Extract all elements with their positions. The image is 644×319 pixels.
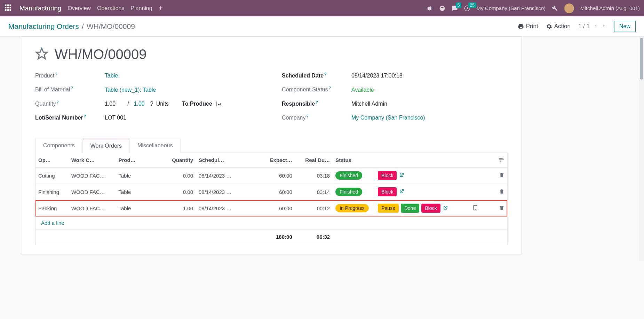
- quantity-target[interactable]: 1.00: [134, 101, 145, 107]
- username[interactable]: Mitchell Admin (Aug_001): [580, 5, 640, 11]
- status-badge: Finished: [335, 171, 362, 180]
- company-value[interactable]: My Company (San Francisco): [351, 115, 425, 121]
- form-col-left: Product? Table Bill of Material? Table (…: [35, 72, 261, 128]
- external-link-icon[interactable]: [399, 189, 404, 195]
- subbar: Manufacturing Orders / WH/MO/00009 Print…: [0, 16, 644, 36]
- company-selector[interactable]: My Company (San Francisco): [477, 5, 546, 11]
- total-real-duration: 06:32: [295, 230, 333, 244]
- avatar[interactable]: [564, 3, 574, 13]
- plus-icon[interactable]: +: [159, 4, 163, 12]
- pager-next-icon[interactable]: [602, 23, 606, 30]
- svg-rect-8: [10, 9, 11, 11]
- quantity-unit: Units: [156, 101, 169, 107]
- cell-operation: Cutting: [35, 167, 69, 184]
- add-line[interactable]: Add a line: [38, 216, 67, 229]
- tablet-icon[interactable]: [472, 206, 478, 212]
- action-button[interactable]: Action: [546, 23, 571, 30]
- table-row[interactable]: Packing WOOD FAC… Table 1.00 08/14/2023 …: [35, 200, 507, 216]
- new-button[interactable]: New: [614, 21, 636, 32]
- quantity-value[interactable]: 1.00: [105, 101, 116, 107]
- action-label: Action: [554, 23, 571, 30]
- bom-label: Bill of Material?: [35, 86, 105, 93]
- pager-prev-icon[interactable]: [593, 23, 598, 30]
- quantity-label: Quantity?: [35, 100, 105, 107]
- external-link-icon[interactable]: [399, 172, 404, 179]
- cell-quantity: 0.00: [163, 184, 196, 200]
- th-work-center[interactable]: Work C…: [69, 153, 116, 167]
- print-icon: [518, 23, 524, 30]
- menu-operations[interactable]: Operations: [97, 5, 124, 11]
- cell-status: Finished: [333, 184, 375, 200]
- lot-value[interactable]: LOT 001: [105, 115, 126, 121]
- columns-settings-icon[interactable]: [498, 158, 504, 164]
- tab-miscellaneous[interactable]: Miscellaneous: [129, 139, 181, 153]
- trash-icon[interactable]: [499, 206, 504, 212]
- svg-rect-6: [5, 9, 7, 11]
- tools-icon[interactable]: [552, 5, 558, 11]
- form-col-right: Scheduled Date? 08/14/2023 17:00:18 Comp…: [282, 72, 508, 128]
- bom-value[interactable]: Table (new_1): Table: [105, 87, 156, 93]
- cell-expected: 60:00: [248, 184, 295, 200]
- scheduled-value[interactable]: 08/14/2023 17:00:18: [351, 73, 403, 79]
- cell-product: Table: [116, 200, 163, 216]
- chart-icon[interactable]: [216, 101, 222, 107]
- table-row[interactable]: Cutting WOOD FAC… Table 0.00 08/14/2023 …: [35, 167, 507, 184]
- menu-overview[interactable]: Overview: [67, 5, 91, 11]
- cell-status: Finished: [333, 167, 375, 184]
- trash-icon[interactable]: [499, 173, 504, 179]
- block-button[interactable]: Block: [378, 171, 397, 180]
- apps-icon[interactable]: [4, 4, 12, 13]
- trash-icon[interactable]: [499, 189, 504, 195]
- external-link-icon[interactable]: [443, 205, 448, 212]
- svg-rect-0: [5, 5, 7, 6]
- table-row[interactable]: Finishing WOOD FAC… Table 0.00 08/14/202…: [35, 184, 507, 200]
- cell-quantity: 1.00: [163, 200, 196, 216]
- th-scheduled[interactable]: Schedul…: [196, 153, 248, 167]
- tabs: Components Work Orders Miscellaneous: [35, 138, 508, 153]
- cell-operation: Finishing: [35, 184, 69, 200]
- bug-icon[interactable]: [427, 5, 433, 11]
- svg-point-12: [500, 161, 501, 162]
- th-product[interactable]: Prod…: [116, 153, 163, 167]
- total-expected: 180:00: [248, 230, 295, 244]
- star-icon[interactable]: [35, 47, 48, 62]
- th-operation[interactable]: Op…: [35, 153, 69, 167]
- scrollbar[interactable]: [639, 36, 644, 261]
- th-expected[interactable]: Expect…: [248, 153, 295, 167]
- scheduled-label: Scheduled Date?: [282, 72, 351, 79]
- svg-rect-7: [7, 9, 9, 11]
- block-button[interactable]: Block: [421, 204, 440, 213]
- cell-product: Table: [116, 184, 163, 200]
- tab-work-orders[interactable]: Work Orders: [82, 139, 130, 153]
- scrollbar-thumb[interactable]: [640, 38, 643, 80]
- support-icon[interactable]: [439, 5, 445, 11]
- th-quantity[interactable]: Quantity: [163, 153, 196, 167]
- messages-icon[interactable]: 5: [452, 5, 458, 11]
- tab-components[interactable]: Components: [35, 139, 83, 153]
- th-real-duration[interactable]: Real Du…: [295, 153, 333, 167]
- breadcrumb: Manufacturing Orders / WH/MO/00009: [8, 22, 135, 31]
- messages-badge: 5: [456, 2, 462, 8]
- responsible-value[interactable]: Mitchell Admin: [351, 101, 387, 107]
- activities-icon[interactable]: 25: [464, 5, 470, 11]
- cell-operation: Packing: [35, 200, 69, 216]
- th-status[interactable]: Status: [333, 153, 375, 167]
- product-value[interactable]: Table: [105, 73, 118, 79]
- cell-scheduled: 08/14/2023 …: [196, 167, 248, 184]
- pager: 1 / 1: [578, 23, 606, 30]
- component-status-value: Available: [351, 87, 374, 93]
- cell-expected: 60:00: [248, 167, 295, 184]
- print-button[interactable]: Print: [518, 23, 538, 30]
- topbar: Manufacturing Overview Operations Planni…: [0, 0, 644, 16]
- print-label: Print: [526, 23, 538, 30]
- done-button[interactable]: Done: [401, 204, 419, 213]
- menu-planning[interactable]: Planning: [130, 5, 152, 11]
- cell-expected: 60:00: [248, 200, 295, 216]
- app-name[interactable]: Manufacturing: [19, 5, 61, 12]
- gear-icon: [546, 23, 552, 30]
- svg-rect-4: [7, 7, 9, 9]
- pause-button[interactable]: Pause: [378, 204, 399, 213]
- block-button[interactable]: Block: [378, 187, 397, 196]
- breadcrumb-link[interactable]: Manufacturing Orders: [8, 22, 79, 31]
- cell-real-duration: 03:14: [295, 184, 333, 200]
